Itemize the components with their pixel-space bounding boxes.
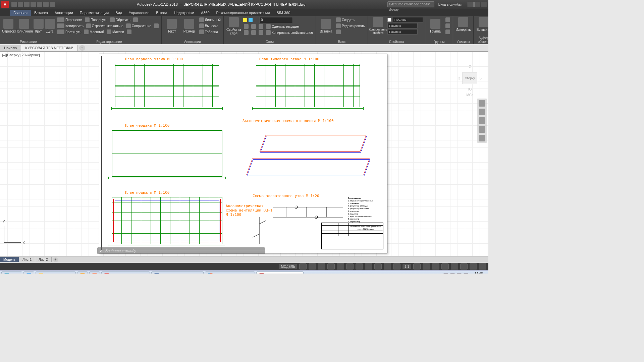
polar-toggle[interactable] — [327, 263, 335, 269]
zoom-icon[interactable] — [479, 117, 485, 124]
scale-button[interactable]: Масштаб — [83, 29, 105, 35]
line-button[interactable]: Отрезок — [2, 19, 15, 33]
osnap-toggle[interactable] — [337, 263, 344, 269]
layout1-tab[interactable]: Лист1 — [19, 257, 35, 262]
dyninput-toggle[interactable] — [393, 263, 400, 269]
layer-tool-4[interactable] — [243, 30, 249, 35]
lineweight-toggle[interactable] — [356, 263, 363, 269]
isoplane-icon[interactable] — [460, 263, 468, 269]
tab-bim360[interactable]: BIM 360 — [273, 10, 293, 16]
pan-icon[interactable] — [479, 109, 485, 115]
pdf-task[interactable]: 2019 исходных дан... — [101, 272, 150, 274]
app-menu-icon[interactable]: A — [1, 1, 9, 8]
dynucs-toggle[interactable] — [384, 263, 391, 269]
network-icon[interactable] — [457, 273, 462, 274]
infocenter-search[interactable]: Введите ключевое слово/фразу — [387, 1, 434, 7]
tray-chevron-icon[interactable] — [443, 273, 448, 274]
start-tab[interactable]: Начало — [0, 45, 21, 51]
edit-block-button[interactable]: Редактировать — [335, 23, 366, 28]
wmp-task[interactable] — [77, 272, 88, 274]
tab-insert[interactable]: Вставка — [31, 10, 51, 16]
tab-output[interactable]: Вывод — [153, 10, 170, 16]
grid-toggle[interactable] — [299, 263, 307, 269]
insert-block-button[interactable]: Вставка — [318, 19, 334, 33]
viewport-controls[interactable]: [–][Сверху][2D-каркас] — [2, 53, 40, 57]
workspace-icon[interactable] — [413, 263, 421, 269]
group-extra-2[interactable] — [445, 23, 451, 28]
close-button[interactable] — [481, 2, 487, 7]
measure-button[interactable]: Измерить — [455, 17, 471, 32]
rotate-button[interactable]: Повернуть — [84, 17, 108, 22]
tab-a360[interactable]: A360 — [198, 10, 213, 16]
cleanscreen-icon[interactable] — [470, 263, 477, 269]
steering-wheel-icon[interactable] — [479, 100, 485, 107]
cycling-toggle[interactable] — [374, 263, 382, 269]
linetype-combo[interactable]: ПоСлою — [387, 29, 418, 35]
saveas-icon[interactable] — [31, 2, 36, 7]
color-swatch-icon[interactable] — [387, 18, 391, 22]
otrack-toggle[interactable] — [346, 263, 354, 269]
clock-time[interactable]: 14:46 — [470, 272, 487, 274]
copy-button[interactable]: Копировать — [59, 23, 84, 28]
match-layer-button[interactable]: Копировать свойства слоя — [265, 30, 314, 35]
trim-button[interactable]: Обрезать — [109, 17, 131, 22]
viewcube-wcs[interactable]: МСК — [458, 93, 482, 97]
viewcube-n[interactable]: С — [458, 65, 482, 69]
units-icon[interactable] — [432, 263, 439, 269]
viewcube-s[interactable]: Ю — [458, 87, 482, 91]
word-task[interactable]: КУРСОВАЯ ТГВ ПЗ.d... — [151, 272, 204, 274]
undo-icon[interactable] — [43, 2, 49, 7]
customize-icon[interactable] — [479, 263, 486, 269]
open-icon[interactable] — [18, 2, 23, 7]
dimension-button[interactable]: Размер — [181, 19, 197, 33]
group-extra-3[interactable] — [445, 29, 451, 35]
layer-tool-5[interactable] — [251, 30, 257, 35]
quickprops-icon[interactable] — [441, 263, 449, 269]
viewcube-e[interactable]: В — [479, 76, 482, 80]
modify-extra-3[interactable] — [126, 29, 132, 35]
tab-addins[interactable]: Надстройки — [171, 10, 198, 16]
make-current-button[interactable]: Сделать текущим — [265, 24, 300, 29]
tab-parametric[interactable]: Параметризация — [76, 10, 112, 16]
layer-freeze-icon[interactable] — [249, 18, 253, 22]
action-center-icon[interactable] — [464, 273, 468, 274]
array-button[interactable]: Массив — [106, 29, 125, 35]
restore-button[interactable] — [474, 2, 480, 7]
group-extra-1[interactable] — [445, 17, 451, 22]
mirror-button[interactable]: Отразить зеркально — [86, 23, 124, 28]
redo-icon[interactable] — [50, 2, 55, 7]
modify-extra-2[interactable] — [153, 23, 159, 28]
model-space-toggle[interactable]: МОДЕЛЬ — [279, 264, 297, 269]
chrome-task[interactable]: Чертежи в масштаб... — [205, 272, 255, 274]
layout2-tab[interactable]: Лист2 — [35, 257, 51, 262]
viewcube-face[interactable]: Сверху — [463, 72, 477, 84]
volume-icon[interactable] — [450, 273, 455, 274]
layer-tool-3[interactable] — [258, 24, 264, 29]
hwacc-icon[interactable] — [451, 263, 458, 269]
fillet-button[interactable]: Сопряжение — [125, 23, 152, 28]
tab-annotate[interactable]: Аннотации — [51, 10, 76, 16]
add-layout-button[interactable]: + — [53, 257, 58, 262]
layer-tool-6[interactable] — [258, 30, 264, 35]
current-layer-combo[interactable]: 0 — [259, 17, 293, 23]
tab-home[interactable]: Главная — [10, 10, 31, 16]
showmotion-icon[interactable] — [479, 135, 485, 141]
match-props-button[interactable]: Копирование свойств — [370, 17, 386, 35]
layer-properties-button[interactable]: Свойства слоя — [226, 17, 242, 35]
viewcube[interactable]: С ЗСверхуВ Ю МСК — [458, 65, 482, 95]
group-button[interactable]: Группа — [427, 19, 443, 33]
paste-button[interactable]: Вставить — [476, 17, 488, 32]
text-button[interactable]: Текст — [164, 19, 180, 33]
explorer-task[interactable]: КУРСОВАЯ ТГВ — [36, 272, 76, 274]
snap-toggle[interactable] — [309, 263, 316, 269]
polyline-button[interactable]: Полилиния — [16, 19, 32, 33]
new-tab-button[interactable]: + — [79, 45, 85, 51]
tab-featured[interactable]: Рекомендованные приложения — [213, 10, 273, 16]
command-line[interactable]: Введите команду — [97, 247, 265, 254]
autocad-task[interactable]: Autodesk AutoCAD... — [256, 272, 304, 274]
layer-tool-2[interactable] — [251, 24, 257, 29]
move-button[interactable]: Перенести — [59, 17, 83, 22]
circle-button[interactable]: Круг — [34, 19, 44, 33]
ortho-toggle[interactable] — [318, 263, 325, 269]
minimize-button[interactable] — [468, 2, 474, 7]
